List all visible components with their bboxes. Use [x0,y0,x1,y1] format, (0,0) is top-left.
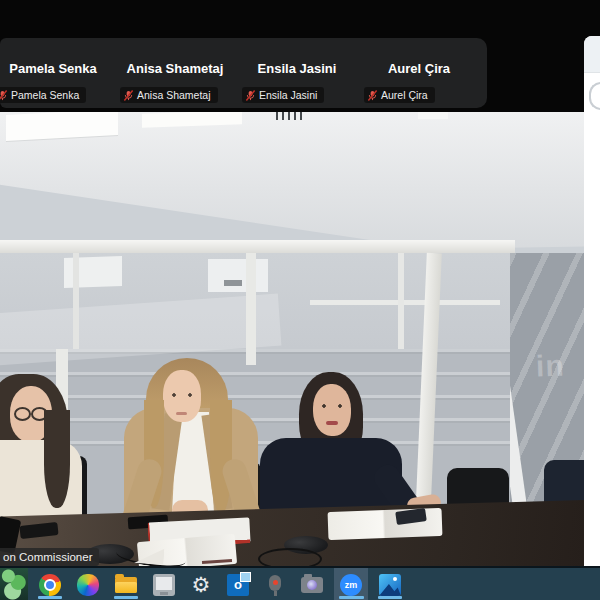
inner-ceiling-light [208,259,268,292]
voice-recorder-icon[interactable] [264,575,286,597]
right-edge-window-header [584,36,600,73]
photo-viewer-icon[interactable] [153,574,175,596]
person-left-hair [44,410,70,508]
main-video[interactable]: in [0,112,584,566]
person-right-lips [326,421,338,425]
inner-ceiling-vent [224,280,242,286]
participant-name: Anisa Shametaj [114,61,236,76]
person-middle-hair [210,400,232,514]
participant-badge-label: Aurel Çira [381,89,428,101]
participant-badge-label: Ensila Jasini [259,89,317,101]
settings-gear-icon[interactable]: ⚙ [190,574,212,596]
right-edge-window[interactable] [584,36,600,566]
glass-transom-frame [310,300,500,305]
etched-glass-logo: in [535,349,565,384]
copilot-icon[interactable] [77,574,99,596]
participant-name: Ensila Jasini [236,61,358,76]
right-edge-window-button[interactable] [589,82,600,110]
participant-badge-label: Anisa Shametaj [137,89,211,101]
chrome-icon[interactable] [39,574,61,596]
file-explorer-icon[interactable] [115,577,137,593]
muted-mic-icon [0,90,8,101]
running-indicator [378,596,402,599]
participant-tile[interactable]: Pamela Senka Pamela Senka [0,38,114,108]
participant-filmstrip: Pamela Senka Pamela Senka Anisa Shametaj [0,38,487,108]
person-middle-eyes [170,393,194,397]
glass-divider-frame [398,253,404,349]
camera-icon[interactable] [301,577,323,593]
desktop-screen: in [0,0,600,600]
participant-badge-label: Pamela Senka [11,89,79,101]
participant-name-badge: Aurel Çira [364,87,435,103]
participant-tile[interactable]: Ensila Jasini Ensila Jasini [236,38,358,108]
outlook-icon[interactable]: o [227,574,249,596]
glass-mullion [246,253,256,365]
ceiling-vent [276,112,302,120]
zoom-app-icon[interactable]: zm [340,574,362,596]
ceiling-light-panel [418,112,448,119]
glass-wall-top-frame [0,240,515,253]
running-indicator [339,596,364,599]
participant-name-badge: Pamela Senka [0,87,86,103]
running-indicator [114,596,138,599]
muted-mic-icon [245,90,256,101]
participant-name: Pamela Senka [0,61,114,76]
participant-tile[interactable]: Anisa Shametaj Anisa Shametaj [114,38,236,108]
participant-tile[interactable]: Aurel Çira Aurel Çira [358,38,480,108]
person-middle-lips [176,412,187,415]
participant-name: Aurel Çira [358,61,480,76]
photos-icon[interactable] [379,574,401,596]
muted-mic-icon [367,90,378,101]
running-indicator [38,596,62,599]
person-right-face [313,384,351,436]
desktop-thumbnail-icon[interactable] [0,568,28,600]
mic-cable [258,548,322,566]
muted-mic-icon [123,90,134,101]
taskbar: ⚙ o zm [0,566,600,600]
glass-mullion [73,253,79,349]
participant-name-badge: Ensila Jasini [242,87,324,103]
person-right-eyes [319,404,345,408]
active-speaker-badge: on Commissioner [0,548,99,566]
participant-name-badge: Anisa Shametaj [120,87,218,103]
